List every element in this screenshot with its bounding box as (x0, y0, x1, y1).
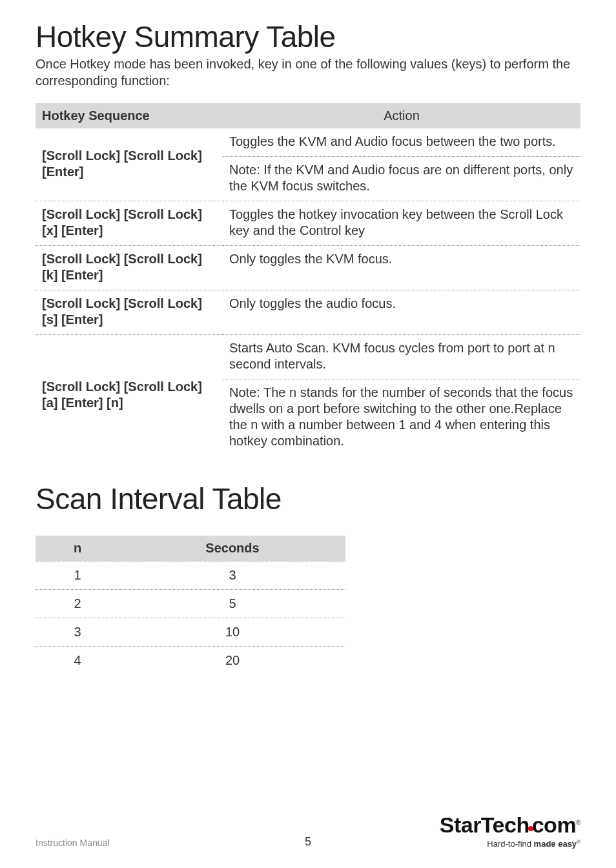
scan-interval-table: n Seconds 1 3 2 5 3 10 4 20 (36, 536, 345, 674)
table-row: 1 3 (36, 561, 345, 590)
cell-hotkey: [Scroll Lock] [Scroll Lock] [a] [Enter] … (36, 335, 223, 456)
cell-seconds: 5 (119, 590, 345, 618)
cell-n: 1 (36, 561, 119, 590)
logo-dot-icon (528, 826, 533, 831)
brand-logo: StarTechcom® Hard-to-find made easy® (440, 812, 580, 849)
logo-pre: StarTech (440, 812, 529, 837)
table-row: [Scroll Lock] [Scroll Lock] [s] [Enter] … (36, 290, 580, 335)
table-row: 2 5 (36, 590, 345, 618)
cell-action: Note: The n stands for the number of sec… (223, 379, 580, 456)
th-action: Action (223, 103, 580, 128)
cell-action: Note: If the KVM and Audio focus are on … (223, 157, 580, 201)
cell-action: Only toggles the KVM focus. (223, 246, 580, 290)
heading-scan-interval: Scan Interval Table (36, 481, 580, 516)
table-row: [Scroll Lock] [Scroll Lock] [Enter] Togg… (36, 128, 580, 157)
registered-icon: ® (576, 818, 580, 825)
footer-left-text: Instruction Manual (36, 838, 109, 848)
logo-post: com (532, 812, 576, 837)
heading-hotkey-summary: Hotkey Summary Table (36, 19, 580, 54)
cell-n: 2 (36, 590, 119, 618)
th-seconds: Seconds (119, 536, 345, 561)
cell-seconds: 3 (119, 561, 345, 590)
cell-hotkey: [Scroll Lock] [Scroll Lock] [s] [Enter] (36, 290, 223, 335)
table-header-row: Hotkey Sequence Action (36, 103, 580, 128)
cell-n: 3 (36, 618, 119, 647)
table-row: [Scroll Lock] [Scroll Lock] [k] [Enter] … (36, 246, 580, 290)
tagline: Hard-to-find made easy® (440, 839, 580, 849)
cell-action: Toggles the KVM and Audio focus between … (223, 128, 580, 157)
tagline-bold: made easy (534, 839, 577, 849)
table-row: 4 20 (36, 647, 345, 675)
th-n: n (36, 536, 119, 561)
cell-action: Only toggles the audio focus. (223, 290, 580, 335)
table-row: [Scroll Lock] [Scroll Lock] [a] [Enter] … (36, 335, 580, 379)
cell-action: Toggles the hotkey invocation key betwee… (223, 201, 580, 246)
table-row: 3 10 (36, 618, 345, 647)
cell-action: Starts Auto Scan. KVM focus cycles from … (223, 335, 580, 379)
cell-n: 4 (36, 647, 119, 675)
page-footer: Instruction Manual 5 StarTechcom® Hard-t… (36, 837, 580, 849)
cell-hotkey: [Scroll Lock] [Scroll Lock] [k] [Enter] (36, 246, 223, 290)
intro-text: Once Hotkey mode has been invoked, key i… (36, 56, 580, 89)
page-number: 5 (305, 835, 311, 849)
hotkey-summary-table: Hotkey Sequence Action [Scroll Lock] [Sc… (36, 103, 580, 456)
th-hotkey-sequence: Hotkey Sequence (36, 103, 223, 128)
registered-icon: ® (577, 839, 580, 845)
cell-hotkey: [Scroll Lock] [Scroll Lock] [x] [Enter] (36, 201, 223, 246)
cell-hotkey: [Scroll Lock] [Scroll Lock] [Enter] (36, 128, 223, 201)
logo-text: StarTechcom® (440, 812, 580, 838)
tagline-pre: Hard-to-find (487, 839, 533, 849)
cell-seconds: 10 (119, 618, 345, 647)
cell-seconds: 20 (119, 647, 345, 675)
table-row: [Scroll Lock] [Scroll Lock] [x] [Enter] … (36, 201, 580, 246)
table-header-row: n Seconds (36, 536, 345, 561)
